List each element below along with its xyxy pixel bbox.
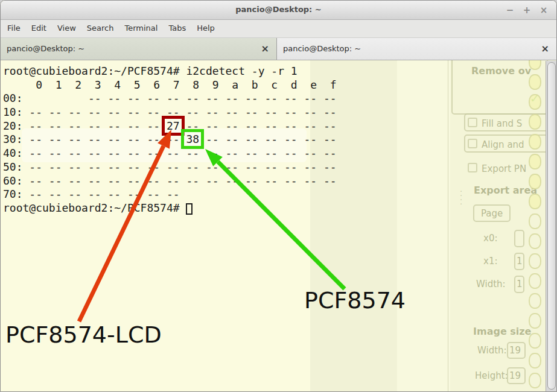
- ghost-color-swatch: [529, 94, 541, 110]
- ghost-color-swatch: [529, 134, 541, 150]
- terminal-screen[interactable]: Remove ov ✓ Fill and S Align and Export …: [1, 60, 557, 392]
- green-highlight-box: 38: [181, 129, 204, 149]
- ghost-color-swatch: [529, 194, 541, 209]
- menu-bar: FileEditViewSearchTerminalTabsHelp: [1, 20, 556, 38]
- terminal-line: 0 1 2 3 4 5 6 7 8 9 a b c d e f: [3, 78, 343, 92]
- menu-item-edit[interactable]: Edit: [26, 20, 52, 37]
- ghost-align-label: Align and: [482, 139, 524, 150]
- ghost-field-label: x1:: [483, 256, 497, 267]
- ghost-color-swatch: [529, 373, 541, 388]
- close-icon[interactable]: ×: [537, 4, 550, 17]
- ghost-color-swatch: [529, 293, 541, 309]
- ghost-export-png-label: Export PN: [482, 163, 526, 174]
- menu-item-view[interactable]: View: [52, 20, 81, 37]
- ghost-image-size-label: Image size: [473, 326, 531, 337]
- terminal-line: 20: -- -- -- -- -- -- -- 27 -- -- -- -- …: [3, 119, 343, 133]
- terminal-line: root@cubieboard2:~/PCF8574# i2cdetect -y…: [3, 65, 343, 78]
- ghost-align-icon: [468, 139, 477, 148]
- menu-item-search[interactable]: Search: [81, 20, 119, 37]
- ghost-remove-overlaps-label: Remove ov: [471, 65, 531, 77]
- ghost-field-value: 19: [509, 345, 521, 356]
- menu-item-file[interactable]: File: [2, 20, 26, 37]
- titlebar[interactable]: pancio@Desktop: ~ − + ×: [1, 1, 556, 20]
- ghost-field-label: x0:: [483, 233, 497, 244]
- terminal-line: 50: -- -- -- -- -- -- -- -- -- -- -- -- …: [3, 160, 343, 174]
- ghost-page-label: Page: [481, 208, 503, 219]
- terminal-text: root@cubieboard2:~/PCF8574# i2cdetect -y…: [3, 65, 343, 215]
- terminal-line: root@cubieboard2:~/PCF8574#: [3, 201, 343, 215]
- annotation-label-pcf8574: PCF8574: [304, 287, 406, 314]
- menu-item-terminal[interactable]: Terminal: [119, 20, 163, 37]
- menu-item-tabs[interactable]: Tabs: [163, 20, 191, 37]
- minimize-icon[interactable]: −: [503, 4, 517, 17]
- tab-label: pancio@Desktop: ~: [7, 44, 84, 53]
- tab-terminal-1[interactable]: pancio@Desktop: ~ ×: [1, 38, 277, 60]
- terminal-line: 60: -- -- -- -- -- -- -- -- -- -- -- -- …: [3, 174, 343, 188]
- tab-label: pancio@Desktop: ~: [283, 44, 361, 53]
- ghost-panel-edge: [448, 60, 448, 391]
- ghost-dots: ....: [460, 187, 462, 204]
- ghost-export-area-label: Export area: [474, 185, 537, 196]
- ghost-color-swatch: [529, 253, 541, 269]
- ghost-field-input: [514, 230, 524, 247]
- ghost-color-swatch: [529, 273, 541, 289]
- menu-item-help[interactable]: Help: [191, 20, 220, 37]
- tab-close-icon[interactable]: ×: [541, 43, 549, 54]
- scrollbar[interactable]: [546, 61, 557, 391]
- translucent-band: [397, 60, 450, 391]
- ghost-fill-stroke-icon: [468, 118, 477, 127]
- ghost-field-label: Width:: [476, 279, 506, 289]
- tab-bar: pancio@Desktop: ~ × pancio@Desktop: ~ ×: [1, 38, 556, 60]
- ghost-fill-stroke-label: Fill and S: [482, 118, 522, 129]
- maximize-icon[interactable]: +: [520, 4, 533, 17]
- ghost-color-swatch: [529, 233, 541, 249]
- ghost-color-swatch: [529, 213, 541, 229]
- ghost-color-swatch: [529, 313, 541, 329]
- terminal-line: 70: -- -- -- -- -- -- -- --: [3, 188, 343, 201]
- ghost-color-swatch: [529, 74, 541, 90]
- terminal-cursor: [186, 203, 193, 215]
- ghost-export-icon: [468, 163, 477, 172]
- ghost-field-label: Height:: [475, 370, 508, 381]
- ghost-color-swatch: [529, 114, 541, 130]
- annotation-label-pcf8574-lcd: PCF8574-LCD: [5, 321, 162, 348]
- terminal-window: pancio@Desktop: ~ − + × FileEditViewSear…: [0, 0, 557, 392]
- ghost-color-swatch: [529, 154, 541, 169]
- window-title: pancio@Desktop: ~: [1, 5, 556, 14]
- ghost-field-value: 1: [517, 279, 523, 289]
- ghost-color-swatch: [529, 174, 541, 189]
- ghost-color-swatch: [529, 353, 541, 368]
- tab-close-icon[interactable]: ×: [261, 43, 269, 54]
- scrollbar-thumb[interactable]: [547, 62, 556, 390]
- ghost-field-label: Width:: [477, 345, 507, 356]
- tab-terminal-2[interactable]: pancio@Desktop: ~ ×: [277, 38, 556, 60]
- ghost-field-value: 1: [517, 256, 523, 267]
- terminal-line: 00: -- -- -- -- -- -- -- -- -- -- -- -- …: [3, 92, 343, 106]
- terminal-line: 40: -- -- -- -- -- -- -- -- -- -- -- -- …: [3, 147, 343, 160]
- ghost-color-swatch: [529, 333, 541, 349]
- ghost-field-value: 19: [509, 370, 521, 381]
